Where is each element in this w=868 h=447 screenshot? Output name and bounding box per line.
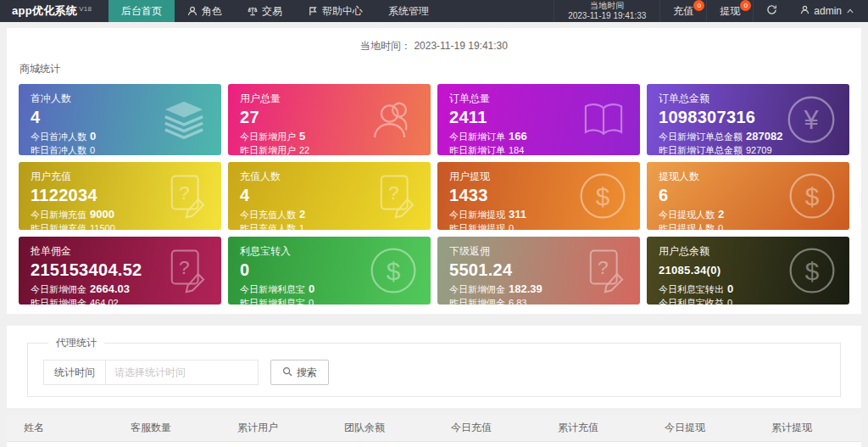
user-icon [800, 5, 810, 17]
col-today-recharge: 今日充值 [434, 415, 541, 442]
stat-card-total-users: 用户总量 27 今日新增用户5 昨日新增用户22 [228, 84, 431, 155]
navbar-right: 当地时间 2023-11-19 19:41:33 充值 0 提现 0 admin [554, 0, 868, 22]
local-time-value: 2023-11-19 19:41:33 [568, 11, 646, 21]
card-yesterday-value: 6.83 [509, 298, 526, 305]
card-today-label: 今日新增用户 [240, 131, 296, 142]
menu-item-trade[interactable]: 交易 [235, 0, 295, 22]
refresh-icon [766, 4, 777, 18]
card-today-label: 今日新增利息宝 [240, 284, 305, 294]
svg-text:?: ? [179, 182, 190, 204]
col-service-count: 客服数量 [114, 415, 220, 442]
menu-item-roles[interactable]: 角色 [175, 0, 235, 22]
dollar-circle-icon: $ [370, 247, 417, 294]
menu-item-label: 角色 [202, 4, 222, 19]
dollar-circle-icon: $ [788, 172, 836, 220]
document-edit-icon: ? [164, 173, 208, 219]
card-yesterday-label: 昨日新增利息宝 [240, 298, 305, 305]
withdraw-label: 提现 [720, 4, 740, 19]
card-yesterday-value: 0 [509, 223, 514, 230]
card-yesterday-value: 0 [309, 298, 314, 305]
recharge-label: 充值 [673, 4, 693, 19]
card-today-value: 0 [727, 282, 733, 295]
card-yesterday-value: 464.02 [90, 298, 119, 305]
stat-card-interest-transfer-in: 利息宝转入 0 今日新增利息宝0 昨日新增利息宝0 $ [228, 237, 431, 305]
card-today-label: 今日充值人数 [240, 210, 296, 220]
menu-item-label: 帮助中心 [322, 4, 363, 19]
cell-total-users: 0 [220, 442, 327, 447]
card-yesterday-value: 11500 [90, 223, 115, 230]
app-logo-text: app优化系统 [12, 3, 77, 19]
withdraw-link[interactable]: 提现 0 [707, 0, 754, 22]
menu-item-system[interactable]: 系统管理 [376, 0, 442, 22]
recharge-link[interactable]: 充值 0 [660, 0, 707, 22]
card-today-label: 今日新增订单 [449, 131, 505, 142]
search-icon [282, 366, 292, 379]
card-yesterday-label: 昨日新增用户 [240, 145, 296, 155]
col-total-users: 累计用户 [220, 415, 327, 442]
card-today-value: 182.39 [509, 282, 542, 295]
cell-today-recharge: 0 [434, 442, 541, 447]
agent-stats-fieldset: 代理统计 统计时间 搜索 [27, 336, 841, 397]
search-button-label: 搜索 [297, 366, 317, 380]
dollar-circle-icon: $ [788, 247, 836, 294]
document-edit-icon: ? [373, 173, 417, 219]
refresh-button[interactable] [754, 0, 790, 22]
card-today-value: 9000 [90, 208, 114, 221]
cell-name: 一帆风顺 [7, 442, 114, 447]
agent-stats-panel: 代理统计 统计时间 搜索 [7, 326, 861, 408]
timebar-value: 2023-11-19 19:41:30 [414, 40, 508, 52]
stat-time-label: 统计时间 [43, 360, 106, 385]
card-today-label: 今日新增佣金 [31, 284, 86, 294]
stat-card-total-order-amount: 订单总金额 1098307316 今日新增订单总金额287082 昨日新增订单总… [647, 84, 849, 155]
card-today-label: 今日首冲人数 [31, 131, 86, 142]
timebar-label: 当地时间： [360, 40, 411, 52]
username-label: admin [814, 5, 842, 17]
agent-filter-row: 统计时间 搜索 [43, 360, 825, 385]
col-today-withdraw: 今日提现 [648, 415, 754, 442]
stats-panel: 当地时间： 2023-11-19 19:41:30 商城统计 首冲人数 4 今日… [7, 28, 861, 314]
card-yesterday-label: 昨日新增佣金 [31, 298, 86, 305]
menu-item-home[interactable]: 后台首页 [108, 0, 175, 22]
navbar-local-time: 当地时间 2023-11-19 19:41:33 [554, 0, 660, 22]
user-menu[interactable]: admin [790, 0, 868, 22]
stat-card-total-orders: 订单总量 2411 今日新增订单166 昨日新增订单184 [437, 84, 640, 155]
svg-text:$: $ [596, 182, 610, 210]
card-yesterday-value: 92709 [746, 145, 772, 155]
withdraw-badge: 0 [740, 0, 751, 11]
stat-card-withdraw-users: 提现人数 6 今日提现人数2 昨日提现人数0 $ [647, 162, 849, 230]
card-yesterday-value: 0 [718, 223, 723, 230]
document-edit-icon: ? [164, 248, 208, 293]
cell-today-withdraw: 0 [648, 442, 754, 447]
menu-item-help[interactable]: 帮助中心 [295, 0, 376, 22]
card-today-label: 今日新增佣金 [449, 284, 505, 294]
card-today-value: 2 [718, 208, 724, 221]
document-edit-icon: ? [582, 248, 626, 293]
agent-table: 姓名 客服数量 累计用户 团队余额 今日充值 累计充值 今日提现 累计提现 一帆… [7, 415, 861, 447]
app-version: V18 [79, 5, 92, 13]
svg-text:$: $ [805, 257, 820, 285]
card-yesterday-value: 0 [727, 298, 732, 305]
card-yesterday-value: 22 [299, 145, 309, 155]
card-today-label: 今日新增订单总金额 [659, 131, 743, 142]
card-yesterday-label: 昨日首冲人数 [31, 145, 86, 155]
card-today-value: 0 [90, 130, 96, 142]
card-yesterday-label: 今日利息宝收益 [659, 298, 724, 305]
menu-item-label: 交易 [262, 4, 282, 19]
cell-service-count: 0 [114, 442, 220, 447]
card-yesterday-value: 0 [90, 145, 95, 155]
svg-text:?: ? [598, 256, 609, 278]
main-menu: 后台首页 角色 交易 帮助中心 系统管理 [108, 0, 442, 22]
menu-item-label: 后台首页 [121, 4, 162, 19]
stat-card-user-withdraw: 用户提现 1433 今日新增提现311 昨日新增提现0 $ [437, 162, 640, 230]
card-yesterday-label: 昨日新增订单 [449, 145, 505, 155]
stat-card-subordinate-rebate: 下级返佣 5501.24 今日新增佣金182.39 昨日新增佣金6.83 ? [437, 237, 640, 305]
card-today-value: 2 [299, 208, 305, 221]
yen-circle-icon: ¥ [787, 95, 836, 144]
agent-table-panel: 姓名 客服数量 累计用户 团队余额 今日充值 累计充值 今日提现 累计提现 一帆… [7, 415, 861, 447]
col-total-recharge: 累计充值 [541, 415, 648, 442]
table-row: 一帆风顺 0 0 0 0 0 0 0 [7, 442, 861, 447]
menu-item-label: 系统管理 [388, 4, 429, 19]
stat-time-input[interactable] [106, 360, 259, 385]
svg-text:¥: ¥ [803, 105, 819, 135]
search-button[interactable]: 搜索 [270, 360, 329, 385]
